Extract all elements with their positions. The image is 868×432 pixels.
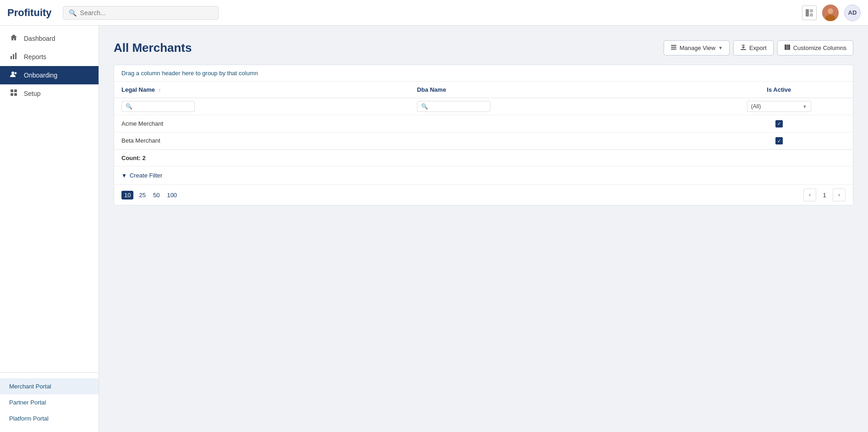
filter-chevron-icon: ▼: [802, 104, 807, 109]
svg-point-9: [11, 72, 14, 74]
filter-legal-name-input[interactable]: [135, 103, 191, 110]
drag-hint: Drag a column header here to group by th…: [114, 65, 853, 82]
filter-icon: ▼: [121, 172, 127, 179]
page-size-100[interactable]: 100: [165, 191, 179, 199]
cell-legal-name-0: Acme Merchant: [114, 115, 410, 133]
filter-dba-name-cell: 🔍: [410, 98, 705, 115]
grid-icon: [9, 89, 18, 98]
main-content: All Merchants Manage View ▼ Export: [99, 26, 868, 432]
sidebar-label-dashboard: Dashboard: [24, 35, 55, 42]
svg-rect-12: [11, 89, 13, 92]
table-body: Acme Merchant ✓ Beta Merchant ✓: [114, 115, 853, 150]
house-icon: [9, 34, 18, 43]
svg-rect-14: [11, 93, 13, 96]
svg-rect-2: [810, 13, 813, 17]
main-layout: Dashboard Reports Onboarding Setup: [0, 26, 868, 432]
filter-dba-name-input[interactable]: [431, 103, 486, 110]
table-container: Drag a column header here to group by th…: [114, 65, 853, 205]
filter-is-active-cell: (All) ▼: [705, 98, 853, 115]
svg-point-4: [828, 8, 833, 14]
col-header-is-active[interactable]: Is Active: [705, 82, 853, 98]
table-header-row: Legal Name ↑ Dba Name Is Active: [114, 82, 853, 98]
sidebar-partner-portal[interactable]: Partner Portal: [0, 394, 99, 410]
manage-view-label: Manage View: [680, 44, 716, 51]
count-label: Count: 2: [121, 155, 146, 161]
page-size-50[interactable]: 50: [151, 191, 161, 199]
sort-indicator-legal-name: ↑: [159, 87, 161, 93]
svg-rect-20: [785, 44, 786, 50]
customize-columns-icon: [784, 44, 791, 52]
cell-is-active-1: ✓: [705, 132, 853, 150]
export-button[interactable]: Export: [733, 40, 774, 55]
sidebar-bottom: Merchant Portal Partner Portal Platform …: [0, 372, 99, 432]
pagination-controls: ‹ 1 ›: [803, 188, 846, 201]
cell-legal-name-1: Beta Merchant: [114, 132, 410, 150]
create-filter-label: Create Filter: [130, 172, 163, 179]
page-size-25[interactable]: 25: [137, 191, 147, 199]
svg-rect-18: [671, 49, 676, 50]
search-bar[interactable]: 🔍: [63, 6, 219, 20]
filter-search-icon-dba: 🔍: [421, 103, 428, 110]
sidebar-label-reports: Reports: [24, 53, 46, 61]
partner-portal-label: Partner Portal: [9, 399, 46, 406]
page-header: All Merchants Manage View ▼ Export: [114, 40, 853, 55]
sidebar-merchant-portal[interactable]: Merchant Portal: [0, 378, 99, 394]
create-filter-button[interactable]: ▼ Create Filter: [121, 170, 846, 181]
manage-view-button[interactable]: Manage View ▼: [664, 40, 730, 55]
table-row[interactable]: Acme Merchant ✓: [114, 115, 853, 133]
svg-rect-16: [671, 45, 676, 46]
is-active-checkbox-1[interactable]: ✓: [775, 137, 783, 144]
person-plus-icon: [9, 71, 18, 80]
svg-rect-13: [14, 89, 17, 92]
platform-portal-label: Platform Portal: [9, 415, 49, 422]
navbar: Profituity 🔍 AD: [0, 0, 868, 26]
filter-legal-name-cell: 🔍: [114, 98, 410, 115]
sidebar-item-dashboard[interactable]: Dashboard: [0, 29, 99, 48]
page-size-options: 10 25 50 100: [121, 191, 179, 199]
header-actions: Manage View ▼ Export Customize Columns: [664, 40, 853, 55]
merchant-portal-label: Merchant Portal: [9, 383, 51, 390]
cell-is-active-0: ✓: [705, 115, 853, 133]
avatar[interactable]: [822, 5, 839, 21]
prev-page-button[interactable]: ‹: [803, 188, 816, 201]
panel-toggle-icon[interactable]: [802, 6, 817, 20]
export-label: Export: [749, 44, 767, 51]
svg-rect-21: [786, 44, 788, 50]
search-input[interactable]: [80, 9, 213, 17]
next-page-button[interactable]: ›: [833, 188, 846, 201]
table-filter-row: 🔍 🔍 (All): [114, 98, 853, 115]
cell-dba-name-0: [410, 115, 705, 133]
col-header-legal-name[interactable]: Legal Name ↑: [114, 82, 410, 98]
svg-rect-17: [671, 47, 676, 48]
table-row[interactable]: Beta Merchant ✓: [114, 132, 853, 150]
merchants-table: Legal Name ↑ Dba Name Is Active: [114, 82, 853, 150]
filter-all-label: (All): [751, 103, 761, 110]
svg-rect-15: [14, 93, 17, 96]
sidebar-item-reports[interactable]: Reports: [0, 48, 99, 66]
page-size-10[interactable]: 10: [121, 191, 133, 199]
col-header-dba-name[interactable]: Dba Name: [410, 82, 705, 98]
sidebar-platform-portal[interactable]: Platform Portal: [0, 410, 99, 426]
sidebar-item-onboarding[interactable]: Onboarding: [0, 66, 99, 84]
pagination-section: 10 25 50 100 ‹ 1 ›: [114, 184, 853, 205]
filter-dba-name-wrap: 🔍: [417, 101, 490, 112]
create-filter-section: ▼ Create Filter: [114, 166, 853, 184]
user-initials[interactable]: AD: [844, 5, 861, 21]
svg-rect-8: [15, 53, 16, 59]
svg-rect-22: [788, 44, 790, 50]
customize-columns-button[interactable]: Customize Columns: [777, 40, 853, 55]
navbar-right: AD: [802, 5, 861, 21]
svg-rect-19: [741, 49, 746, 50]
sidebar-item-setup[interactable]: Setup: [0, 84, 99, 103]
chevron-down-icon: ▼: [718, 45, 723, 50]
bar-chart-icon: [9, 52, 18, 61]
svg-rect-0: [806, 9, 809, 17]
sidebar-label-setup: Setup: [24, 90, 41, 97]
page-title: All Merchants: [114, 41, 192, 55]
svg-rect-1: [810, 9, 813, 12]
is-active-checkbox-0[interactable]: ✓: [775, 120, 783, 127]
svg-rect-7: [13, 54, 14, 59]
svg-rect-6: [11, 56, 12, 59]
filter-legal-name-wrap: 🔍: [121, 101, 195, 112]
search-icon: 🔍: [69, 9, 77, 17]
